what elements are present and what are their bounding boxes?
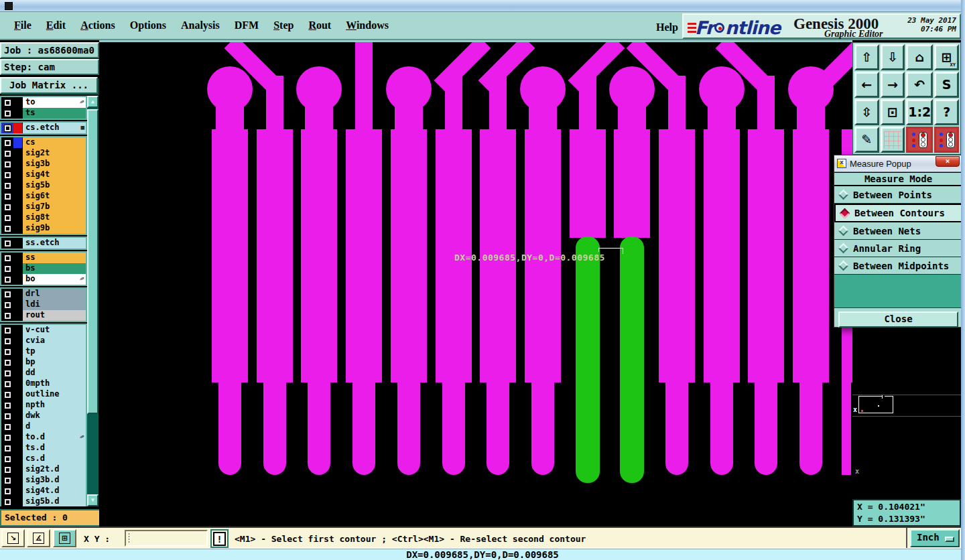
layer-checkbox[interactable]	[1, 169, 13, 180]
layer-row-sig4t.d[interactable]: sig4t.d	[1, 486, 86, 496]
layer-checkbox[interactable]	[1, 400, 13, 411]
layer-checkbox[interactable]	[1, 108, 13, 119]
layer-name[interactable]: ts.d	[22, 443, 86, 453]
close-icon[interactable]: ×	[936, 156, 960, 167]
layer-name[interactable]: sig3b.d	[22, 475, 86, 486]
menu-help[interactable]: Help	[649, 19, 686, 36]
layer-row-rout[interactable]: rout	[1, 310, 86, 321]
window-title-bar[interactable]	[0, 0, 965, 12]
menu-file[interactable]: File	[7, 17, 39, 34]
layer-checkbox[interactable]	[1, 411, 13, 421]
measure-mode-between-midpoints[interactable]: Between Midpoints	[834, 257, 962, 275]
layer-row-ss.etch[interactable]: ss.etch	[1, 238, 86, 249]
scrollbar-thumb[interactable]	[87, 109, 99, 414]
layer-checkbox[interactable]	[1, 263, 13, 274]
layer-checkbox[interactable]	[1, 202, 13, 212]
close-button[interactable]: Close	[838, 311, 958, 328]
layer-name[interactable]: ts	[22, 108, 86, 119]
layer-name[interactable]: tp	[22, 346, 86, 357]
menu-step[interactable]: Step	[266, 17, 301, 34]
layer-name[interactable]: sig5b.d	[22, 496, 86, 506]
measure-popup-title-bar[interactable]: Measure Popup ×	[834, 155, 962, 172]
layer-checkbox[interactable]	[1, 453, 13, 464]
layer-row-cs.d[interactable]: cs.d	[1, 453, 86, 464]
route-s-button[interactable]: S	[934, 72, 959, 98]
layer-checkbox[interactable]	[1, 289, 13, 299]
menu-dfm[interactable]: DFM	[227, 17, 266, 34]
measure-mode-annular-ring[interactable]: Annular Ring	[834, 240, 962, 257]
layer-name[interactable]: dwk	[22, 411, 86, 421]
layer-row-sig2t[interactable]: sig2t	[1, 148, 86, 159]
view-page-up-button[interactable]: ⇧	[854, 44, 879, 70]
layer-checkbox[interactable]	[1, 336, 13, 346]
layer-checkbox[interactable]	[1, 180, 13, 191]
layer-row-cvia[interactable]: cvia	[1, 336, 86, 346]
tools-button[interactable]: ✎	[854, 127, 879, 153]
layer-name[interactable]: outline	[22, 389, 86, 400]
layer-checkbox[interactable]	[1, 148, 13, 159]
layer-name[interactable]: sig6t	[22, 191, 86, 202]
layer-checkbox[interactable]	[1, 191, 13, 202]
viewport-rectangle[interactable]	[858, 396, 893, 413]
window-xy-button[interactable]: ⊞XY	[934, 44, 959, 70]
layer-checkbox[interactable]	[1, 496, 13, 506]
layer-name[interactable]: sig9b	[22, 223, 86, 234]
layer-name[interactable]: bs	[22, 263, 86, 274]
pan-right-button[interactable]: →	[881, 72, 905, 98]
layer-name[interactable]: bp	[22, 357, 86, 368]
menu-actions[interactable]: Actions	[73, 17, 123, 34]
layer-checkbox[interactable]	[1, 432, 13, 443]
layer-row-sig7b[interactable]: sig7b	[1, 202, 86, 212]
measure-mode-between-contours[interactable]: Between Contours	[834, 204, 962, 222]
layer-row-npth[interactable]: npth	[1, 400, 86, 411]
layer-row-sig5b.d[interactable]: sig5b.d	[1, 496, 86, 506]
layer-row-dd[interactable]: dd	[1, 368, 86, 378]
layer-row-ts[interactable]: ts	[1, 108, 86, 119]
layer-name[interactable]: sig5b	[22, 180, 86, 191]
layer-row-v-cut[interactable]: v-cut	[1, 325, 86, 336]
layer-checkbox[interactable]	[1, 310, 13, 321]
xy-coordinate-input[interactable]	[125, 530, 208, 547]
menu-options[interactable]: Options	[123, 17, 174, 34]
layer-row-sig3b[interactable]: sig3b	[1, 159, 86, 169]
menu-edit[interactable]: Edit	[39, 17, 73, 34]
layer-name[interactable]: sig3b	[22, 159, 86, 169]
layer-row-dwk[interactable]: dwk	[1, 411, 86, 421]
layer-checkbox[interactable]	[1, 475, 13, 486]
layer-row-0mpth[interactable]: 0mpth	[1, 378, 86, 389]
grid-button[interactable]	[881, 127, 905, 153]
layer-name[interactable]: sig8t	[22, 212, 86, 223]
layer-checkbox[interactable]	[1, 486, 13, 496]
menu-windows[interactable]: Windows	[338, 17, 396, 34]
layer-checkbox[interactable]	[1, 368, 13, 378]
layer-name[interactable]: sig4t.d	[22, 486, 86, 496]
layer-row-sig4t[interactable]: sig4t	[1, 169, 86, 180]
layer-row-d[interactable]: d	[1, 421, 86, 432]
layer-checkbox[interactable]	[1, 464, 13, 475]
layer-traffic-right-icon[interactable]	[934, 127, 959, 153]
layer-row-cs.etch[interactable]: cs.etch▦	[1, 123, 86, 133]
layer-name[interactable]: sig2t.d	[22, 464, 86, 475]
window-select-button[interactable]: ⊞	[53, 529, 76, 547]
layer-checkbox[interactable]	[1, 137, 13, 148]
layer-checkbox[interactable]	[1, 97, 13, 108]
layer-row-ldi[interactable]: ldi	[1, 299, 86, 310]
scroll-up-icon[interactable]: ▲	[87, 96, 99, 108]
layer-row-outline[interactable]: outline	[1, 389, 86, 400]
zoom-extents-button[interactable]: ⇳	[854, 99, 879, 125]
layer-name[interactable]: rout	[22, 310, 86, 321]
measure-mode-between-points[interactable]: Between Points	[834, 186, 962, 204]
layer-row-drl[interactable]: drl	[1, 289, 86, 299]
layer-name[interactable]: to.d✎	[22, 432, 86, 443]
layer-row-ss[interactable]: ss	[1, 253, 86, 263]
units-dropdown[interactable]: Inch	[910, 529, 960, 547]
measure-angle-button[interactable]: ∡	[27, 529, 50, 547]
layer-checkbox[interactable]	[1, 274, 13, 285]
layer-checkbox[interactable]	[1, 443, 13, 453]
layer-row-sig3b.d[interactable]: sig3b.d	[1, 475, 86, 486]
layer-row-sig6t[interactable]: sig6t	[1, 191, 86, 202]
pcb-canvas[interactable]: DX=0.009685,DY=0,D=0.009685	[99, 40, 852, 527]
layer-row-sig2t.d[interactable]: sig2t.d	[1, 464, 86, 475]
layer-name[interactable]: cs.d	[22, 453, 86, 464]
scale-ratio-button[interactable]: 1:2	[906, 99, 933, 125]
